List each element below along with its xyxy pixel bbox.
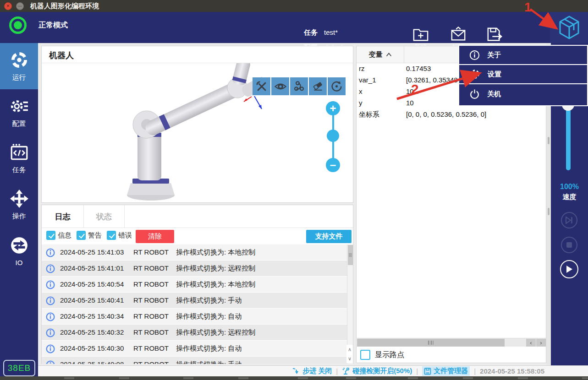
info-icon xyxy=(46,264,55,273)
info-icon xyxy=(46,312,55,321)
speed-slider-track[interactable] xyxy=(566,103,571,170)
new-folder-icon xyxy=(412,27,429,42)
info-icon xyxy=(46,248,55,257)
power-icon xyxy=(469,89,480,99)
reset-view-button[interactable] xyxy=(328,77,346,95)
log-scroll-up-button[interactable]: ∧ xyxy=(346,345,353,354)
path-button[interactable] xyxy=(290,77,308,95)
waypoints-icon xyxy=(293,80,305,92)
robot-view-toolbar xyxy=(253,77,346,95)
log-row[interactable]: 2024-05-25 15:41:03 RT ROBOT 操作模式切换为: 本地… xyxy=(42,244,347,261)
step-mode-icon xyxy=(292,368,300,375)
info-checkbox[interactable] xyxy=(46,231,55,240)
variables-column-header[interactable]: 变量 xyxy=(357,46,404,63)
menu-item-about[interactable]: 关于 xyxy=(459,46,587,65)
show-waypoints-checkbox[interactable] xyxy=(360,350,370,360)
variable-row[interactable]: 坐标系 [0, 0, 0, 0.5236, 0.5236, 0] xyxy=(357,109,546,120)
play-button[interactable] xyxy=(560,260,578,278)
error-checkbox[interactable] xyxy=(107,231,116,240)
log-list: 2024-05-25 15:41:03 RT ROBOT 操作模式切换为: 本地… xyxy=(42,244,347,364)
collision-robot-icon xyxy=(342,367,350,375)
filter-warning[interactable]: 警告 xyxy=(77,231,102,240)
reset-view-icon xyxy=(330,80,343,92)
log-row[interactable]: 2024-05-25 15:40:32 RT ROBOT 操作模式切换为: 远程… xyxy=(42,325,347,341)
visibility-button[interactable] xyxy=(271,77,289,95)
nav-item-config[interactable]: 配置 xyxy=(0,89,38,136)
app-window: ✕ — 机器人图形化编程环境 正常模式 任务 test* 配置 default … xyxy=(0,0,588,380)
tab-log[interactable]: 日志 xyxy=(42,205,84,228)
topbar: 正常模式 任务 test* 配置 default 新建 打开 xyxy=(0,12,588,43)
tools-button[interactable] xyxy=(253,77,270,95)
mode-label: 正常模式 xyxy=(38,21,68,30)
log-scrollbar-thumb[interactable] xyxy=(348,245,353,265)
tcp-axes xyxy=(244,96,262,109)
support-file-button[interactable]: 支持文件 xyxy=(306,230,352,243)
window-minimize-icon[interactable]: — xyxy=(16,2,24,10)
tab-status[interactable]: 状态 xyxy=(84,205,125,228)
io-swap-icon xyxy=(10,236,29,255)
menu-item-shutdown[interactable]: 关机 xyxy=(459,84,587,103)
scroll-left-button[interactable]: ‹ xyxy=(526,339,536,347)
collision-detect-status[interactable]: 碰撞检测开启(50%) xyxy=(342,367,412,375)
about-info-icon xyxy=(469,50,480,60)
open-file-icon xyxy=(450,27,467,42)
task-label: 任务 xyxy=(304,28,318,37)
log-filter-row: 信息 警告 错误 清除 支持文件 xyxy=(42,228,353,244)
stop-button[interactable] xyxy=(561,237,577,253)
view-zoom-control: + − xyxy=(326,101,341,172)
log-row[interactable]: 2024-05-25 15:40:34 RT ROBOT 操作模式切换为: 自动 xyxy=(42,309,347,325)
robot-view-panel: 机器人 xyxy=(41,46,353,203)
nav-item-io[interactable]: IO xyxy=(0,228,38,274)
log-panel: 日志 状态 信息 警告 错误 清除 支持文件 xyxy=(41,205,353,364)
mode-status-icon xyxy=(9,16,27,34)
log-row[interactable]: 2024-05-25 15:40:41 RT ROBOT 操作模式切换为: 手动 xyxy=(42,293,347,309)
status-bar: 步进 关闭 | 碰撞检测开启(50%) | 文件管理器 | 2024-05-25 xyxy=(38,365,588,376)
config-gear-icon xyxy=(10,97,29,116)
log-scroll-down-button[interactable]: ∨ xyxy=(346,354,353,363)
log-tabs: 日志 状态 xyxy=(42,205,353,228)
zoom-out-button[interactable]: − xyxy=(326,158,340,172)
settings-gear-icon xyxy=(469,69,480,80)
run-icon xyxy=(10,50,29,70)
erase-button[interactable] xyxy=(309,77,327,95)
filter-info[interactable]: 信息 xyxy=(46,231,71,240)
info-icon xyxy=(46,280,55,289)
task-code-icon xyxy=(10,143,29,162)
menu-item-settings[interactable]: 设置 xyxy=(459,65,587,84)
nav-item-task[interactable]: 任务 xyxy=(0,136,38,182)
eraser-icon xyxy=(312,80,324,92)
show-waypoints-row[interactable]: 显示路点 xyxy=(360,350,404,360)
nav-item-run[interactable]: 运行 xyxy=(0,43,38,89)
zoom-in-button[interactable]: + xyxy=(326,101,340,115)
window-titlebar: ✕ — 机器人图形化编程环境 xyxy=(0,0,588,12)
app-dropdown-menu: 关于 设置 关机 xyxy=(458,45,588,106)
robot-panel-title: 机器人 xyxy=(49,50,74,61)
app-menu-button[interactable] xyxy=(550,12,588,43)
file-manager-icon xyxy=(424,368,431,375)
step-forward-button[interactable] xyxy=(561,212,577,228)
skip-end-icon xyxy=(565,217,573,224)
nav-item-operate[interactable]: 操作 xyxy=(0,182,38,228)
info-icon xyxy=(46,296,55,305)
clear-log-button[interactable]: 清除 xyxy=(136,230,174,243)
scroll-right-button[interactable]: › xyxy=(536,339,546,347)
chevron-up-icon xyxy=(386,53,392,57)
filter-error[interactable]: 错误 xyxy=(107,231,132,240)
stop-icon xyxy=(566,242,572,248)
variables-hscrollbar[interactable]: ‹ › xyxy=(357,338,546,347)
move-arrows-icon xyxy=(10,189,29,208)
log-row[interactable]: 2024-05-25 15:40:54 RT ROBOT 操作模式切换为: 本地… xyxy=(42,277,347,293)
zoom-slider-handle[interactable] xyxy=(327,130,339,142)
log-row[interactable]: 2024-05-25 15:40:30 RT ROBOT 操作模式切换为: 自动 xyxy=(42,341,347,357)
log-row[interactable]: 2024-05-25 15:41:01 RT ROBOT 操作模式切换为: 远程… xyxy=(42,261,347,277)
step-mode-status[interactable]: 步进 关闭 xyxy=(292,367,332,375)
desktop-taskbar-strip xyxy=(0,376,588,380)
info-icon xyxy=(46,360,55,364)
window-close-icon[interactable]: ✕ xyxy=(4,2,12,10)
log-row[interactable]: 2024-05-25 15:40:08 RT ROBOT 操作模式切换为: 手动 xyxy=(42,357,347,364)
warning-checkbox[interactable] xyxy=(77,231,86,240)
file-manager-button[interactable]: 文件管理器 xyxy=(422,366,470,376)
variables-hscrollbar-thumb[interactable] xyxy=(357,339,505,347)
info-icon xyxy=(46,344,55,353)
status-badge: 38EB xyxy=(3,360,35,376)
